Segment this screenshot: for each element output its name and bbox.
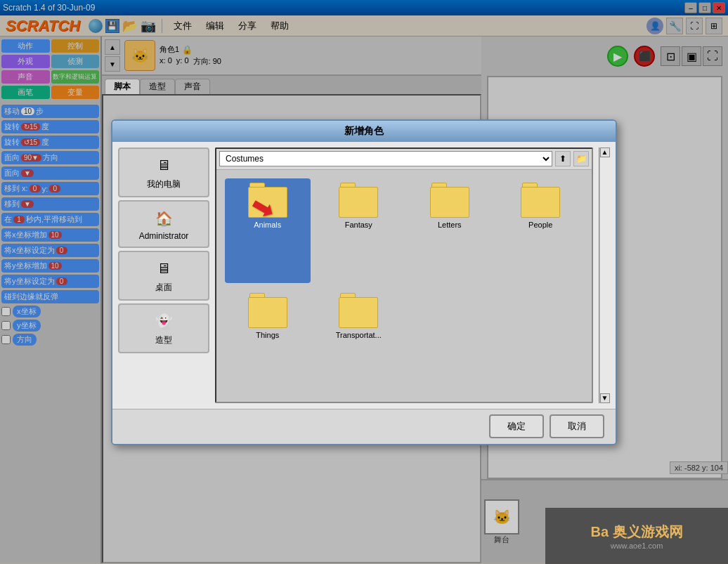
watermark-main: Ba 奥义游戏网	[590, 523, 682, 542]
folder-animals-icon	[248, 183, 287, 218]
nav-administrator-label: Administrator	[139, 231, 189, 241]
nav-costume-label: 造型	[155, 334, 172, 346]
toolbar-folder-button[interactable]: 📁	[573, 151, 589, 166]
folder-grid: Animals Fantasy	[216, 170, 592, 402]
nav-administrator[interactable]: 🏠 Administrator	[118, 200, 209, 248]
scroll-track	[600, 157, 610, 393]
watermark-url: www.aoe1.com	[611, 542, 663, 550]
folder-people[interactable]: People	[498, 178, 584, 283]
folder-animals[interactable]: Animals	[225, 178, 311, 283]
costume-icon: 👻	[152, 310, 175, 333]
dialog-overlay: 新增角色 🖥 我的电脑 🏠 Administrator 🖥 桌面	[0, 0, 728, 564]
nav-my-computer[interactable]: 🖥 我的电脑	[118, 147, 209, 197]
dialog-scrollbar[interactable]: ▲ ▼	[599, 147, 610, 403]
folder-fantasy[interactable]: Fantasy	[316, 178, 402, 283]
new-sprite-dialog: 新增角色 🖥 我的电脑 🏠 Administrator 🖥 桌面	[111, 119, 617, 445]
folder-people-label: People	[528, 221, 552, 229]
nav-my-computer-label: 我的电脑	[147, 178, 181, 190]
desktop-icon: 🖥	[152, 258, 175, 280]
folder-animals-label: Animals	[254, 221, 281, 229]
my-computer-icon: 🖥	[152, 155, 175, 177]
cancel-button[interactable]: 取消	[550, 414, 604, 438]
dialog-title: 新增角色	[344, 125, 384, 138]
scroll-down-button[interactable]: ▼	[600, 393, 610, 403]
folder-fantasy-label: Fantasy	[345, 221, 372, 229]
folder-transportation-label: Transportat...	[336, 331, 382, 339]
scroll-up-button[interactable]: ▲	[600, 147, 610, 157]
folder-letters-icon	[430, 183, 469, 218]
dialog-toolbar: Costumes ⬆ 📁	[216, 149, 592, 170]
folder-transportation[interactable]: Transportat...	[316, 289, 402, 393]
watermark: Ba 奥义游戏网 www.aoe1.com	[545, 508, 728, 564]
folder-letters-label: Letters	[438, 221, 462, 229]
folder-things-label: Things	[256, 331, 279, 339]
ok-button[interactable]: 确定	[489, 414, 544, 438]
toolbar-up-button[interactable]: ⬆	[555, 151, 571, 166]
folder-fantasy-icon	[339, 183, 378, 218]
nav-desktop-label: 桌面	[155, 282, 172, 294]
nav-desktop[interactable]: 🖥 桌面	[118, 251, 209, 301]
folder-people-icon	[521, 183, 560, 218]
dialog-body: 🖥 我的电脑 🏠 Administrator 🖥 桌面 👻 造型	[112, 142, 616, 409]
folder-things[interactable]: Things	[225, 289, 311, 393]
administrator-icon: 🏠	[152, 207, 175, 230]
folder-transportation-icon	[339, 293, 378, 328]
dialog-titlebar: 新增角色	[112, 121, 616, 142]
folder-things-icon	[248, 293, 287, 328]
folder-letters[interactable]: Letters	[407, 178, 493, 283]
dialog-nav: 🖥 我的电脑 🏠 Administrator 🖥 桌面 👻 造型	[118, 147, 209, 403]
dialog-footer: 确定 取消	[112, 409, 616, 444]
nav-costume[interactable]: 👻 造型	[118, 303, 209, 353]
path-dropdown[interactable]: Costumes	[219, 151, 552, 166]
dialog-file-browser: Costumes ⬆ 📁 Animals	[215, 147, 593, 403]
